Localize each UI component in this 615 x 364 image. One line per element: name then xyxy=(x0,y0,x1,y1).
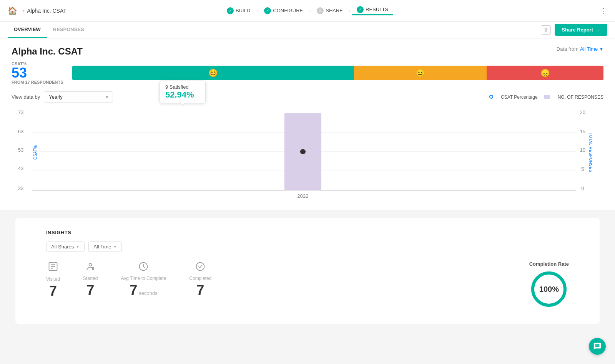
data-from-period[interactable]: All Time xyxy=(580,46,598,52)
visited-value: 7 xyxy=(49,284,57,298)
filter-time-chevron: ▼ xyxy=(113,245,117,249)
svg-text:53: 53 xyxy=(18,147,24,152)
pb-green: 😊 xyxy=(72,66,354,80)
metric-completed: Completed 7 xyxy=(189,261,211,297)
tab-responses[interactable]: RESPONSES xyxy=(47,22,90,38)
completion-rate-label: Completion Rate xyxy=(529,261,569,267)
build-check-icon: ✓ xyxy=(227,7,234,14)
filter-shares-label: All Shares xyxy=(51,244,74,250)
home-icon[interactable]: 🏠 xyxy=(8,6,17,15)
satisfied-pct: 52.94% xyxy=(165,90,200,100)
monitor-icon[interactable]: 🖥 xyxy=(541,25,551,35)
svg-text:CSAT%: CSAT% xyxy=(33,145,38,160)
bubble-arrow-inner xyxy=(180,103,185,105)
svg-text:0: 0 xyxy=(581,186,584,191)
metric-started: Started 7 xyxy=(83,261,98,297)
nav-step-configure-label: CONFIGURE xyxy=(273,8,303,13)
svg-point-27 xyxy=(196,263,204,271)
filter-time-btn[interactable]: All Time ▼ xyxy=(88,242,122,252)
avg-time-icon xyxy=(138,261,149,273)
filter-time-label: All Time xyxy=(93,244,111,250)
csat-score-row: CSAT% 53 FROM 17 RESPONDENTS 😊 😐 😞 xyxy=(12,61,603,84)
share-report-button[interactable]: Share Report → xyxy=(555,24,607,36)
tabs: OVERVIEW RESPONSES xyxy=(8,22,90,38)
view-by-label: View data by xyxy=(12,94,40,100)
started-label: Started xyxy=(83,276,98,281)
y-right-axis-label: TOTAL RESPONSES xyxy=(588,132,593,172)
avg-time-value-group: 7 seconds xyxy=(130,283,157,297)
nav-step-share[interactable]: 3 SHARE xyxy=(312,7,347,14)
pb-red: 😞 xyxy=(487,66,603,80)
happy-emoji: 😊 xyxy=(208,68,218,78)
view-by-select[interactable]: Daily Weekly Monthly Yearly xyxy=(44,91,113,103)
breadcrumb-title: Alpha Inc. CSAT xyxy=(27,8,66,14)
nav-step-results-label: RESULTS xyxy=(366,7,388,12)
share-report-label: Share Report xyxy=(562,27,593,33)
tabs-bar: OVERVIEW RESPONSES 🖥 Share Report → xyxy=(0,22,615,38)
insights-filters: All Shares ▼ All Time ▼ xyxy=(46,242,569,252)
completion-circle: 100% xyxy=(530,270,568,308)
satisfied-bubble: 9 Satisfied 52.94% xyxy=(160,81,206,103)
view-by-group: View data by Daily Weekly Monthly Yearly… xyxy=(12,91,113,103)
progress-bar: 😊 😐 😞 xyxy=(72,66,603,80)
metrics-list: Visited 7 Started 7 xyxy=(46,261,211,298)
share-num: 3 xyxy=(317,7,324,14)
report-title: Alpha Inc. CSAT xyxy=(12,46,83,57)
svg-text:10: 10 xyxy=(580,147,586,152)
svg-point-24 xyxy=(89,263,92,266)
data-from: Data from All Time ▼ xyxy=(557,46,603,52)
top-nav: 🏠 › Alpha Inc. CSAT ✓ BUILD › ✓ CONFIGUR… xyxy=(0,0,615,22)
svg-text:63: 63 xyxy=(18,129,24,134)
legend-csat-dot xyxy=(489,94,495,100)
nav-step-build[interactable]: ✓ BUILD xyxy=(222,7,255,14)
tab-overview[interactable]: OVERVIEW xyxy=(8,22,47,38)
csat-header: Alpha Inc. CSAT Data from All Time ▼ xyxy=(12,46,603,57)
report-main: Alpha Inc. CSAT Data from All Time ▼ 9 S… xyxy=(0,38,615,210)
completed-icon xyxy=(195,261,206,273)
metric-avg-time: Avg Time to Complete 7 seconds xyxy=(121,261,166,297)
completed-value: 7 xyxy=(196,283,204,297)
results-check-icon: ✓ xyxy=(357,6,364,13)
filter-shares-btn[interactable]: All Shares ▼ xyxy=(46,242,85,252)
svg-point-12 xyxy=(300,149,306,154)
nav-arrow-3: › xyxy=(349,8,351,13)
pb-yellow: 😐 xyxy=(354,66,487,80)
nav-step-configure[interactable]: ✓ CONFIGURE xyxy=(259,7,308,14)
nav-arrow-1: › xyxy=(256,8,258,13)
completion-rate: Completion Rate 100% xyxy=(529,261,569,308)
data-from-chevron[interactable]: ▼ xyxy=(599,47,603,51)
started-value: 7 xyxy=(86,283,94,297)
avg-time-label: Avg Time to Complete xyxy=(121,276,166,281)
avg-time-suffix: seconds xyxy=(139,290,157,296)
nav-step-share-label: SHARE xyxy=(326,8,343,13)
share-arrow-icon: → xyxy=(595,27,600,33)
view-by-row: View data by Daily Weekly Monthly Yearly… xyxy=(12,91,603,103)
completed-label: Completed xyxy=(189,276,211,281)
data-from-label: Data from xyxy=(557,46,578,52)
started-icon xyxy=(85,261,96,273)
insights-title: INSIGHTS xyxy=(46,230,569,235)
more-icon[interactable]: ⋮ xyxy=(600,6,607,15)
visited-label: Visited xyxy=(46,276,60,282)
neutral-emoji: 😐 xyxy=(416,68,425,78)
nav-step-results[interactable]: ✓ RESULTS xyxy=(352,6,393,15)
completion-pct: 100% xyxy=(539,285,559,294)
metric-visited: Visited 7 xyxy=(46,261,60,298)
legend-csat-label: CSAT Percentage xyxy=(501,94,538,100)
nav-step-build-label: BUILD xyxy=(236,8,250,13)
legend-responses-label: NO. OF RESPONSES xyxy=(558,94,603,100)
csat-num: 53 xyxy=(12,66,63,80)
svg-text:20: 20 xyxy=(580,110,586,115)
avg-time-value: 7 xyxy=(130,283,137,297)
svg-text:2022: 2022 xyxy=(297,194,308,199)
svg-text:15: 15 xyxy=(580,129,586,134)
breadcrumb-sep: › xyxy=(23,7,25,14)
nav-arrow-2: › xyxy=(309,8,311,13)
visited-icon xyxy=(48,261,58,274)
svg-text:5: 5 xyxy=(581,167,584,172)
svg-text:43: 43 xyxy=(18,166,24,171)
filter-shares-chevron: ▼ xyxy=(76,245,80,249)
chart-wrap: 73 63 53 43 33 CSAT% 2022 20 15 10 5 xyxy=(12,106,603,199)
view-by-select-wrap: Daily Weekly Monthly Yearly ▼ xyxy=(44,91,113,103)
satisfied-count: 9 Satisfied xyxy=(165,84,200,90)
